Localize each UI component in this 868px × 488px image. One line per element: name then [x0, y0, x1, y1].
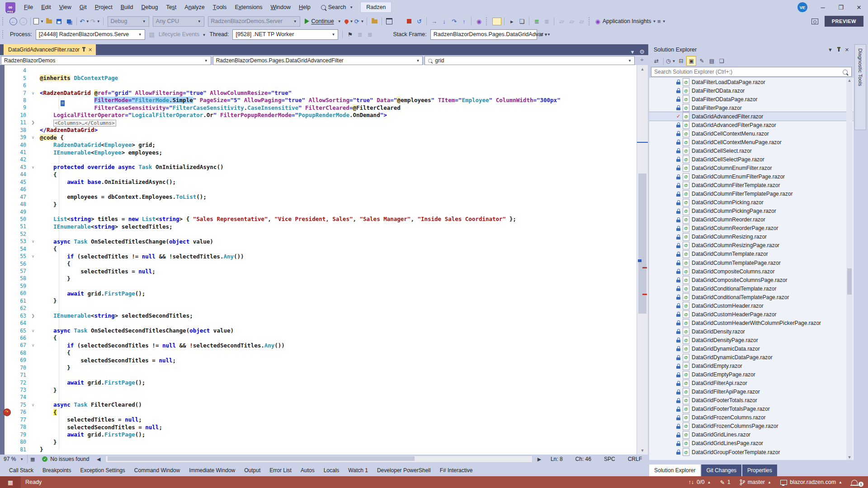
file-item[interactable]: DataGridEmptyPage.razor [649, 371, 854, 379]
continue-button[interactable]: Continue ▼ [305, 18, 341, 24]
code-line[interactable]: 4 [0, 67, 637, 74]
stop-debug-icon[interactable] [405, 16, 414, 26]
menu-item-view[interactable]: View [55, 0, 75, 14]
pin-icon[interactable] [83, 48, 85, 52]
menu-item-extensions[interactable]: Extensions [231, 0, 266, 14]
code-line[interactable]: 71 [0, 371, 637, 379]
menu-item-help[interactable]: Help [295, 0, 315, 14]
gear-icon[interactable]: ⚙ [639, 48, 645, 55]
side-tab-git-changes[interactable]: Git Changes [701, 465, 741, 476]
file-item[interactable]: DataGridFrozenColumnsPage.razor [649, 422, 854, 431]
bookmark-icon[interactable]: ▱ [557, 16, 566, 26]
file-item[interactable]: DataGridConditionalTemplate.razor [649, 284, 854, 293]
split-window-handle[interactable]: ÷ [637, 56, 647, 65]
redo-icon[interactable]: ↷▼ [90, 16, 100, 26]
expand-icon[interactable]: ❯ [26, 120, 40, 125]
panel-tab-locals[interactable]: Locals [319, 467, 344, 474]
new-project-icon[interactable]: ▼ [33, 16, 44, 26]
collapse-icon[interactable]: ∨ [26, 135, 40, 140]
code-line[interactable]: 69 selectedSecondTitles = null; [0, 357, 637, 364]
file-item[interactable]: DataGridGridLinesPage.razor [649, 439, 854, 448]
file-item[interactable]: DataGridColumnPickingPage.razor [649, 207, 854, 216]
file-item[interactable]: DataGridDynamicData.razor [649, 344, 854, 353]
solution-platform-dropdown[interactable]: Any CPU▼ [153, 16, 204, 27]
file-item[interactable]: DataFilterPage.razor [649, 103, 854, 112]
editor-mode-icon[interactable]: ❏ [517, 16, 526, 26]
git-sync-button[interactable]: ↑↓ 0/0▲ [684, 476, 716, 488]
scroll-up-icon[interactable]: ▲ [637, 65, 648, 73]
code-line[interactable]: 39∨@code { [0, 134, 637, 141]
zoom-dropdown[interactable]: 97 %▼ [0, 455, 28, 464]
code-cleanup-icon[interactable] [492, 16, 501, 26]
collapse-all-icon[interactable]: ⊟ [676, 56, 685, 66]
attach-process-icon[interactable]: ◉ [474, 16, 483, 26]
scroll-left-icon[interactable]: ◀ [94, 454, 103, 464]
browse-with-icon[interactable] [370, 16, 379, 26]
code-line[interactable]: 79 await grid.FirstPage(); [0, 431, 637, 438]
menu-item-build[interactable]: Build [117, 0, 137, 14]
code-line[interactable]: 49 [0, 208, 637, 215]
panel-tab-immediate-window[interactable]: Immediate Window [184, 467, 240, 474]
code-line[interactable]: 48 } [0, 201, 637, 208]
menu-item-git[interactable]: Git [75, 0, 91, 14]
file-item[interactable]: DataGridCellSelect.razor [649, 146, 854, 155]
code-line[interactable]: 6 [0, 82, 637, 89]
menu-item-debug[interactable]: Debug [137, 0, 162, 14]
file-item[interactable]: DataGridDensityPage.razor [649, 336, 854, 344]
repository-button[interactable]: blazor.radzen.com▲ [776, 476, 847, 488]
nav-back-icon[interactable]: ← [9, 16, 18, 26]
code-line[interactable]: 64 [0, 319, 637, 327]
step-out-icon[interactable]: ↑ [459, 16, 468, 26]
toolbar-overflow-icon[interactable]: ≡▼ [657, 16, 666, 26]
menu-item-radzen[interactable]: Radzen [360, 2, 392, 13]
file-item[interactable]: DataGridColumnEnumFilterPage.razor [649, 173, 854, 181]
file-item[interactable]: DataFilterOData.razor [649, 86, 854, 95]
code-line[interactable]: 70 } [0, 364, 637, 371]
code-line[interactable]: 53∨ async Task OnSelectedTitlesChange(ob… [0, 238, 637, 245]
code-line[interactable]: 38</RadzenDataGrid> [0, 127, 637, 134]
undo-icon[interactable]: ↶▼ [80, 16, 90, 26]
collapse-icon[interactable]: ∨ [26, 165, 40, 169]
collapse-icon[interactable]: ∨ [26, 328, 40, 333]
diagnostic-tools-tab[interactable]: Diagnostic Tools [854, 44, 866, 130]
nav-forward-icon[interactable]: → [19, 16, 28, 26]
open-file-icon[interactable] [45, 16, 54, 26]
notifications-button[interactable]: 1 [847, 476, 868, 488]
selection-mode-icon[interactable]: ▸ [507, 16, 516, 26]
minimize-button[interactable]: ─ [814, 0, 832, 14]
scroll-down-icon[interactable]: ▼ [637, 446, 648, 455]
menu-item-window[interactable]: Window [267, 0, 295, 14]
panel-tab-exception-settings[interactable]: Exception Settings [75, 467, 129, 474]
properties-icon[interactable]: ✎ [697, 56, 706, 66]
code-line[interactable]: 56 { [0, 260, 637, 267]
panel-tab-breakpoints[interactable]: Breakpoints [38, 467, 75, 474]
file-item[interactable]: ✓DataGridAdvancedFilter.razor [649, 112, 854, 121]
panel-tab-output[interactable]: Output [240, 467, 265, 474]
search-input[interactable] [651, 69, 843, 75]
format-indent-icon[interactable]: ≣ [532, 16, 541, 26]
code-line[interactable]: 63❯ IEnumerable<string> selectedSecondTi… [0, 312, 637, 319]
panel-tab-command-window[interactable]: Command Window [130, 467, 184, 474]
code-line[interactable]: 55∨ if (selectedTitles != null && !selec… [0, 253, 637, 260]
menu-item-analyze[interactable]: Analyze [180, 0, 208, 14]
file-item[interactable]: DataGridColumnFilterTemplatePage.razor [649, 190, 854, 198]
code-line[interactable]: 40 RadzenDataGrid<Employee> grid; [0, 141, 637, 148]
code-line[interactable]: 11❯ <Columns>…</Columns> [0, 119, 637, 126]
close-button[interactable]: ✕ [850, 0, 868, 14]
flag-icon[interactable]: ⚑ [345, 29, 354, 39]
preview-selected-icon[interactable]: ❏ [717, 56, 726, 66]
code-line[interactable]: 5@inherits DbContextPage [0, 74, 637, 81]
file-item[interactable]: DataGridDynamicDataPage.razor [649, 353, 854, 362]
code-line[interactable]: 7∨<RadzenDataGrid @ref="grid" AllowFilte… [0, 89, 637, 96]
file-item[interactable]: DataGridCellContextMenuPage.razor [649, 138, 854, 146]
code-line[interactable]: 52 [0, 230, 637, 238]
collapse-icon[interactable]: ∨ [26, 403, 40, 407]
panel-tab-autos[interactable]: Autos [296, 467, 319, 474]
member-dropdown[interactable]: grid▼ [425, 56, 635, 65]
code-line[interactable]: 9 FilterCaseSensitivity="FilterCaseSensi… [0, 104, 637, 111]
code-line[interactable]: 60 await grid.FirstPage(); [0, 290, 637, 297]
file-item[interactable]: DataGridGridLines.razor [649, 431, 854, 439]
app-insights-icon[interactable]: ◉Application Insights▼ [595, 16, 656, 26]
horizontal-scrollbar[interactable] [105, 455, 533, 463]
toolbar-grip[interactable] [2, 17, 6, 25]
